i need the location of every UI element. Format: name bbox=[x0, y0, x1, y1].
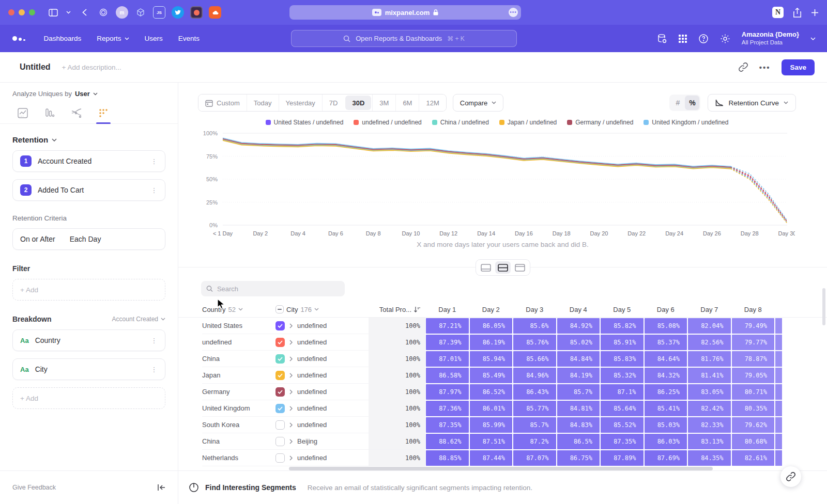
retention-day-cell[interactable]: 86.75% bbox=[557, 450, 600, 466]
select-all-checkbox[interactable] bbox=[275, 305, 284, 313]
save-button[interactable]: Save bbox=[782, 59, 815, 75]
zoom-window-button[interactable] bbox=[29, 9, 35, 15]
retention-day-cell[interactable]: 82.04% bbox=[688, 318, 731, 334]
row-checkbox[interactable] bbox=[275, 354, 285, 364]
retention-day-cell[interactable]: 79.77% bbox=[732, 335, 775, 350]
notion-extension-icon[interactable]: N bbox=[772, 7, 784, 18]
copy-link-icon[interactable] bbox=[739, 62, 748, 72]
range-12m[interactable]: 12M bbox=[419, 94, 446, 111]
breakdown-city-menu-icon[interactable]: ⋮ bbox=[150, 368, 158, 371]
retention-day-cell[interactable]: 83.13% bbox=[688, 434, 731, 449]
range-6m[interactable]: 6M bbox=[395, 94, 419, 111]
filter-add-button[interactable]: + Add bbox=[12, 279, 165, 301]
day-column-header[interactable]: Day 8 bbox=[731, 306, 775, 313]
retention-day-cell[interactable]: 85.91% bbox=[601, 335, 644, 350]
row-checkbox[interactable] bbox=[275, 404, 285, 413]
retention-day-cell[interactable]: 82.61% bbox=[732, 450, 775, 466]
retention-day-cell[interactable]: 86.43% bbox=[513, 384, 556, 400]
give-feedback-link[interactable]: Give Feedback bbox=[12, 484, 56, 491]
retention-step-1[interactable]: 1 Account Created ⋮ bbox=[12, 150, 165, 172]
retention-day-cell[interactable]: 80.35% bbox=[732, 401, 775, 416]
day-column-header[interactable]: Day 4 bbox=[557, 306, 601, 313]
retention-day-cell[interactable]: 85.83% bbox=[601, 351, 644, 367]
breakdown-country[interactable]: Aa Country ⋮ bbox=[12, 329, 165, 351]
retention-day-cell[interactable]: 82.42% bbox=[688, 401, 731, 416]
retention-day-cell[interactable]: 85.77% bbox=[513, 401, 556, 416]
retention-day-cell[interactable]: 87.51% bbox=[470, 434, 513, 449]
retention-day-cell[interactable]: 79.49% bbox=[732, 318, 775, 334]
city-column-header[interactable]: City 176 bbox=[275, 305, 369, 313]
retention-day-cell[interactable]: 79.05% bbox=[732, 368, 775, 383]
day-column-header[interactable]: Day 3 bbox=[513, 306, 557, 313]
minimize-window-button[interactable] bbox=[19, 9, 25, 15]
retention-day-cell[interactable]: 87.01% bbox=[426, 351, 469, 367]
retention-day-cell[interactable]: 86.25% bbox=[645, 384, 687, 400]
tab-funnels[interactable] bbox=[42, 108, 57, 123]
retention-day-cell[interactable]: 86.52% bbox=[470, 384, 513, 400]
retention-day-cell[interactable]: 85.64% bbox=[601, 401, 644, 416]
chevron-down-icon[interactable] bbox=[66, 11, 71, 14]
mixpanel-extension-icon[interactable] bbox=[190, 6, 203, 19]
retention-day-cell[interactable]: 80.71% bbox=[732, 384, 775, 400]
retention-chart[interactable]: 0%25%50%75%100%< 1 DayDay 2Day 4Day 6Day… bbox=[198, 128, 795, 239]
cube-extension-icon[interactable] bbox=[134, 6, 147, 19]
page-settings-icon[interactable]: ••• bbox=[509, 8, 518, 17]
breakdown-add-button[interactable]: + Add bbox=[12, 387, 165, 409]
range-yesterday[interactable]: Yesterday bbox=[279, 94, 322, 111]
tab-retention[interactable] bbox=[96, 108, 111, 123]
mixpanel-logo[interactable] bbox=[12, 36, 25, 41]
analyze-uniques-row[interactable]: Analyze Uniques by User bbox=[0, 83, 178, 103]
retention-day-cell[interactable]: 85.7% bbox=[557, 384, 600, 400]
expand-row-icon[interactable] bbox=[289, 422, 293, 428]
retention-day-cell[interactable]: 81.76% bbox=[688, 351, 731, 367]
retention-day-cell[interactable]: 84.81% bbox=[557, 401, 600, 416]
retention-day-cell[interactable]: 85.37% bbox=[645, 335, 687, 350]
analyze-value[interactable]: User bbox=[75, 90, 90, 98]
range-custom[interactable]: Custom bbox=[198, 94, 247, 111]
retention-day-cell[interactable]: 87.21% bbox=[426, 318, 469, 334]
retention-day-cell[interactable]: 88.85% bbox=[426, 450, 469, 466]
retention-day-cell[interactable]: 88.62% bbox=[426, 434, 469, 449]
retention-day-cell[interactable]: 85.41% bbox=[645, 401, 687, 416]
retention-day-cell[interactable]: 87.69% bbox=[645, 450, 687, 466]
retention-day-cell[interactable]: 87.97% bbox=[426, 384, 469, 400]
more-actions-icon[interactable]: ••• bbox=[759, 63, 771, 72]
row-checkbox[interactable] bbox=[275, 453, 285, 463]
row-checkbox[interactable] bbox=[275, 371, 285, 380]
project-switcher[interactable]: Amazonia {Demo} All Project Data bbox=[742, 30, 799, 46]
retention-day-cell[interactable]: 85.82% bbox=[601, 318, 644, 334]
retention-day-cell[interactable]: 84.83% bbox=[557, 417, 600, 433]
retention-day-cell[interactable]: 82.56% bbox=[688, 335, 731, 350]
retention-day-cell[interactable]: 86.03% bbox=[645, 434, 687, 449]
bird-extension-icon[interactable] bbox=[172, 6, 184, 19]
retention-day-cell[interactable]: 87.44% bbox=[470, 450, 513, 466]
expand-row-icon[interactable] bbox=[289, 340, 293, 345]
total-column-header[interactable]: Total Pro... bbox=[369, 306, 425, 313]
unit-percent-button[interactable]: % bbox=[685, 96, 699, 110]
legend-item[interactable]: China / undefined bbox=[432, 119, 489, 126]
nav-item-users[interactable]: Users bbox=[145, 35, 163, 42]
step-2-menu-icon[interactable]: ⋮ bbox=[150, 189, 158, 192]
tab-flows[interactable] bbox=[69, 108, 84, 123]
legend-item[interactable]: undefined / undefined bbox=[354, 119, 421, 126]
expand-row-icon[interactable] bbox=[289, 356, 293, 361]
day-column-header[interactable]: Day 2 bbox=[469, 306, 513, 313]
expand-row-icon[interactable] bbox=[289, 455, 293, 461]
row-checkbox[interactable] bbox=[275, 387, 285, 397]
share-link-floating-button[interactable] bbox=[780, 466, 801, 487]
nav-item-reports[interactable]: Reports bbox=[97, 35, 129, 42]
retention-day-cell[interactable]: 85.99% bbox=[470, 417, 513, 433]
horizontal-scrollbar[interactable] bbox=[289, 467, 713, 470]
expand-row-icon[interactable] bbox=[289, 439, 293, 444]
retention-day-cell[interactable]: 85.94% bbox=[470, 351, 513, 367]
range-today[interactable]: Today bbox=[247, 94, 279, 111]
retention-day-cell[interactable]: 84.35% bbox=[688, 450, 731, 466]
day-column-header[interactable]: Day 6 bbox=[644, 306, 688, 313]
layout-split-button[interactable] bbox=[495, 261, 511, 274]
retention-criteria-card[interactable]: On or After Each Day bbox=[12, 228, 165, 250]
add-description[interactable]: + Add description... bbox=[62, 64, 121, 71]
retention-day-cell[interactable]: 80.68% bbox=[732, 434, 775, 449]
circle-extension-icon[interactable] bbox=[97, 6, 110, 19]
retention-day-cell[interactable]: 87.89% bbox=[601, 450, 644, 466]
retention-day-cell[interactable]: 85.66% bbox=[513, 351, 556, 367]
